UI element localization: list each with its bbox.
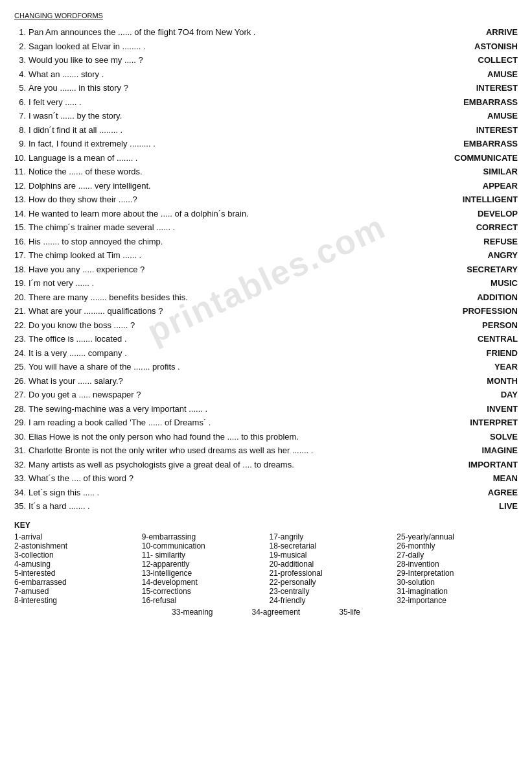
item-sentence: Charlotte Bronte is not the only writer … <box>29 444 427 457</box>
item-sentence: It´s a hard ....... . <box>29 500 427 513</box>
item-sentence: Dolphins are ...... very intelligent. <box>29 180 427 193</box>
key-item: 21-professional <box>270 569 391 578</box>
key-item: 14-development <box>142 578 263 587</box>
key-section: KEY 1-arrival2-astonishment3-collection4… <box>14 521 518 617</box>
item-number: 5. <box>14 82 29 95</box>
item-keyword: EMBARRASS <box>427 96 518 109</box>
item-number: 3. <box>14 54 29 67</box>
item-keyword: APPEAR <box>427 180 518 193</box>
key-item: 8-interesting <box>14 596 135 605</box>
list-item: 23.The office is ....... located .CENTRA… <box>14 333 518 346</box>
item-keyword: ASTONISH <box>427 40 518 53</box>
item-sentence: The chimp looked at Tim ...... . <box>29 249 427 262</box>
key-item: 4-amusing <box>14 560 135 569</box>
key-item: 12-apparently <box>142 560 263 569</box>
item-keyword: FRIEND <box>427 347 518 360</box>
item-sentence: Have you any ..... experience ? <box>29 263 427 276</box>
item-number: 17. <box>14 249 29 262</box>
item-keyword: SOLVE <box>427 431 518 444</box>
list-item: 1.Pan Am announces the ...... of the fli… <box>14 26 518 39</box>
list-item: 21.What are your ......... qualification… <box>14 305 518 318</box>
key-item: 1-arrival <box>14 532 135 541</box>
item-number: 13. <box>14 193 29 206</box>
item-keyword: INTEREST <box>427 124 518 137</box>
list-item: 33.What´s the .... of this word ?MEAN <box>14 472 518 485</box>
item-sentence: Do you know the boss ...... ? <box>29 319 427 332</box>
item-sentence: In fact, I found it extremely ......... … <box>29 137 427 150</box>
list-item: 17.The chimp looked at Tim ...... .ANGRY <box>14 249 518 262</box>
list-item: 28.The sewing-machine was a very importa… <box>14 403 518 416</box>
item-keyword: LIVE <box>427 500 518 513</box>
item-keyword: IMPORTANT <box>427 458 518 471</box>
list-item: 20.There are many ....... benefits besid… <box>14 291 518 304</box>
item-keyword: REFUSE <box>427 235 518 248</box>
list-item: 7.I wasn´t ...... by the story.AMUSE <box>14 110 518 123</box>
item-keyword: MEAN <box>427 472 518 485</box>
item-sentence: He wanted to learn more about the ..... … <box>29 207 427 220</box>
key-title: KEY <box>14 521 30 530</box>
item-sentence: I´m not very ...... . <box>29 277 427 290</box>
list-item: 6.I felt very ..... .EMBARRASS <box>14 96 518 109</box>
item-sentence: Language is a mean of ....... . <box>29 152 427 165</box>
key-item: 2-astonishment <box>14 541 135 551</box>
item-sentence: There are many ....... benefits besides … <box>29 291 427 304</box>
item-number: 21. <box>14 305 29 318</box>
key-bottom-item: 34-agreement <box>251 608 300 617</box>
item-number: 22. <box>14 319 29 332</box>
list-item: 9.In fact, I found it extremely ........… <box>14 137 518 150</box>
item-keyword: IMAGINE <box>427 444 518 457</box>
list-item: 26.What is your ...... salary.?MONTH <box>14 375 518 388</box>
list-item: 31.Charlotte Bronte is not the only writ… <box>14 444 518 457</box>
item-sentence: The sewing-machine was a very important … <box>29 403 427 416</box>
item-sentence: Do you get a ..... newspaper ? <box>29 388 427 401</box>
list-item: 19.I´m not very ...... .MUSIC <box>14 277 518 290</box>
list-item: 5.Are you ....... in this story ?INTERES… <box>14 82 518 95</box>
item-keyword: PROFESSION <box>427 305 518 318</box>
item-number: 29. <box>14 416 29 429</box>
key-item: 10-communication <box>142 541 263 551</box>
key-column-4: 25-yearly/annual26-monthly27-daily28-inv… <box>397 532 518 605</box>
list-item: 14.He wanted to learn more about the ...… <box>14 207 518 220</box>
item-sentence: The chimp´s trainer made several ...... … <box>29 221 427 234</box>
list-item: 18.Have you any ..... experience ?SECRET… <box>14 263 518 276</box>
item-keyword: PERSON <box>427 319 518 332</box>
item-keyword: AMUSE <box>427 110 518 123</box>
key-item: 26-monthly <box>397 541 518 551</box>
item-sentence: Many artists as well as psychologists gi… <box>29 458 427 471</box>
key-item: 17-angrily <box>270 532 391 541</box>
key-bottom: 33-meaning34-agreement35-life <box>14 608 518 617</box>
key-item: 31-imagination <box>397 587 518 596</box>
item-sentence: His ....... to stop annoyed the chimp. <box>29 235 427 248</box>
list-item: 24.It is a very ....... company .FRIEND <box>14 347 518 360</box>
item-keyword: INTEREST <box>427 82 518 95</box>
item-keyword: MUSIC <box>427 277 518 290</box>
list-item: 35.It´s a hard ....... .LIVE <box>14 500 518 513</box>
key-item: 29-Interpretation <box>397 569 518 578</box>
item-number: 12. <box>14 180 29 193</box>
item-number: 10. <box>14 152 29 165</box>
list-item: 11.Notice the ...... of these words.SIMI… <box>14 165 518 178</box>
item-number: 19. <box>14 277 29 290</box>
item-keyword: YEAR <box>427 361 518 373</box>
item-number: 31. <box>14 444 29 457</box>
item-sentence: Pan Am announces the ...... of the fligh… <box>29 26 427 39</box>
item-number: 15. <box>14 221 29 234</box>
list-item: 25.You will have a share of the ....... … <box>14 361 518 373</box>
list-item: 15.The chimp´s trainer made several ....… <box>14 221 518 234</box>
page-title: CHANGING WORDFORMS <box>14 12 518 19</box>
item-number: 9. <box>14 137 29 150</box>
key-item: 5-interested <box>14 569 135 578</box>
item-sentence: What is your ...... salary.? <box>29 375 427 388</box>
key-item: 7-amused <box>14 587 135 596</box>
item-keyword: EMBARRASS <box>427 137 518 150</box>
item-sentence: What are your ......... qualifications ? <box>29 305 427 318</box>
item-keyword: INTELLIGENT <box>427 193 518 206</box>
item-number: 25. <box>14 361 29 373</box>
item-keyword: AGREE <box>427 486 518 499</box>
item-keyword: COLLECT <box>427 54 518 67</box>
key-item: 19-musical <box>270 551 391 560</box>
item-number: 28. <box>14 403 29 416</box>
item-number: 6. <box>14 96 29 109</box>
list-item: 10.Language is a mean of ....... .COMMUN… <box>14 152 518 165</box>
key-item: 15-corrections <box>142 587 263 596</box>
